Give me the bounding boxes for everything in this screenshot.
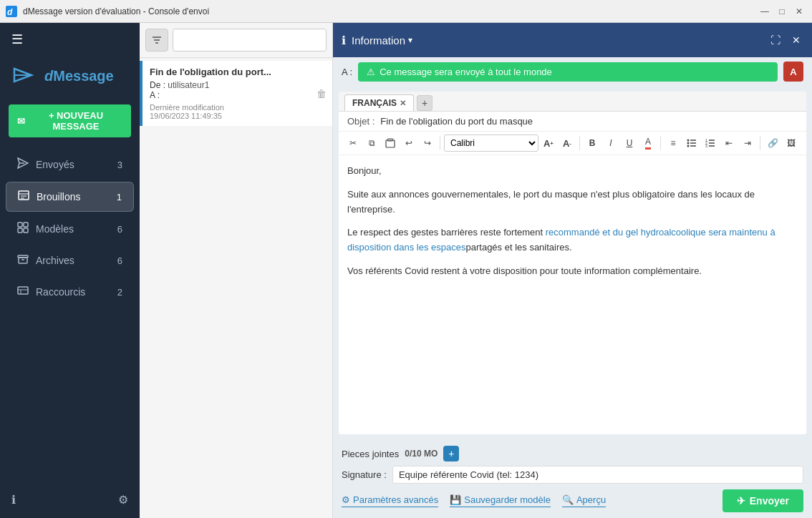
bold-button[interactable]: B (584, 135, 601, 152)
body-line-4: Vos référents Covid restent à votre disp… (347, 264, 798, 279)
cut-button[interactable]: ✂ (344, 135, 362, 152)
sidebar-item-raccourcis[interactable]: Raccourcis 2 (6, 278, 134, 306)
svg-text:3.: 3. (705, 144, 708, 147)
settings-button[interactable]: ⚙ (118, 493, 128, 507)
hamburger-menu[interactable]: ☰ (0, 23, 140, 56)
body-line-3: Le respect des gestes barrières reste fo… (347, 225, 798, 255)
close-compose-button[interactable]: ✕ (789, 31, 803, 49)
sidebar-item-brouillons[interactable]: Brouillons 1 (6, 182, 134, 212)
bottom-actions: ⚙ Paramètres avancés 💾 Sauvegarder modèl… (342, 489, 803, 512)
svg-rect-10 (18, 223, 22, 227)
send-icon (17, 157, 29, 172)
paste-button[interactable] (382, 135, 399, 152)
redo-button[interactable]: ↪ (419, 135, 436, 152)
filter-button[interactable] (145, 29, 168, 52)
copy-button[interactable]: ⧉ (363, 135, 380, 152)
editor-toolbar: ✂ ⧉ ↩ ↪ Calibri Arial Times New Roman A+ (339, 132, 806, 155)
indent-less-button[interactable]: ⇤ (720, 135, 738, 152)
info-button[interactable]: ℹ (11, 493, 16, 507)
message-list-panel: Fin de l'obligation du port... De : util… (140, 23, 333, 518)
maximize-button[interactable]: □ (775, 4, 789, 19)
close-button[interactable]: ✕ (792, 4, 806, 19)
signature-row: Signature : Equipe référente Covid (tel:… (342, 466, 803, 484)
toolbar-sep-2 (579, 136, 580, 150)
compose-panel: ℹ Information ▾ ⛶ ✕ A : ⚠ Ce message ser… (333, 23, 812, 518)
search-input[interactable] (173, 29, 327, 52)
compose-bottom: Pieces jointes 0/10 MO + Signature : Equ… (333, 440, 812, 518)
svg-point-25 (687, 140, 690, 142)
save-icon: 💾 (450, 494, 461, 505)
save-model-button[interactable]: 💾 Sauvegarder modèle (450, 494, 551, 507)
header-chevron-icon[interactable]: ▾ (408, 35, 412, 45)
signature-value: Equipe référente Covid (tel: 1234) (392, 466, 803, 484)
compose-body: FRANÇAIS ✕ + Objet : Fin de l'obligation… (339, 92, 806, 434)
font-family-select[interactable]: Calibri Arial Times New Roman (444, 135, 538, 152)
link-button[interactable]: 🔗 (764, 135, 781, 152)
underline-button[interactable]: U (621, 135, 638, 152)
send-button[interactable]: ✈ Envoyer (722, 489, 803, 512)
svg-rect-11 (24, 223, 28, 227)
info-header-icon: ℹ (342, 34, 346, 47)
align-button[interactable]: ≡ (664, 135, 682, 152)
tab-close-icon[interactable]: ✕ (400, 99, 406, 108)
add-attachment-button[interactable]: + (443, 446, 459, 461)
maximize-compose-button[interactable]: ⛶ (768, 31, 783, 49)
minimize-button[interactable]: — (758, 4, 772, 19)
body-line-2: Suite aux annonces gouvernementales, le … (347, 187, 798, 218)
tab-francais[interactable]: FRANÇAIS ✕ (344, 94, 414, 111)
message-from: De : utilisateur1 (150, 80, 325, 90)
app-icon: d (6, 6, 17, 17)
toolbar-sep-1 (440, 136, 440, 150)
svg-rect-15 (19, 258, 27, 263)
new-message-icon: ✉ (17, 116, 25, 127)
svg-rect-12 (18, 228, 22, 233)
svg-point-27 (687, 142, 690, 145)
svg-text:d: d (7, 7, 13, 17)
svg-rect-13 (24, 228, 28, 233)
shortcuts-icon (17, 285, 29, 299)
preview-button[interactable]: 🔍 Aperçu (562, 494, 606, 507)
header-actions: ⛶ ✕ (768, 31, 803, 49)
world-recipient-button[interactable]: A (783, 62, 803, 82)
message-to: A : (150, 90, 325, 100)
delete-message-button[interactable]: 🗑 (316, 88, 327, 99)
params-icon: ⚙ (342, 494, 350, 505)
templates-icon (17, 222, 29, 236)
font-grow-button[interactable]: A+ (540, 135, 557, 152)
main-layout: ☰ dMessage ✉ + NOUVEAU MESSAGE (0, 23, 812, 518)
send-icon: ✈ (737, 495, 745, 507)
attachments-row: Pieces jointes 0/10 MO + (342, 446, 803, 461)
editor-area[interactable]: Bonjour, Suite aux annonces gouvernement… (339, 155, 806, 434)
indent-more-button[interactable]: ⇥ (739, 135, 756, 152)
italic-button[interactable]: I (602, 135, 619, 152)
svg-rect-17 (18, 287, 28, 294)
titlebar: d dMessage version d'évaluation - Consol… (0, 0, 812, 23)
sidebar-item-archives[interactable]: Archives 6 (6, 246, 134, 275)
list-toolbar (140, 23, 332, 58)
compose-header: ℹ Information ▾ ⛶ ✕ (333, 23, 812, 57)
drafts-icon (18, 190, 29, 204)
font-color-button[interactable]: A (639, 135, 657, 152)
toolbar-sep-3 (660, 136, 661, 150)
sidebar: ☰ dMessage ✉ + NOUVEAU MESSAGE (0, 23, 140, 518)
sidebar-item-envoyes[interactable]: Envoyés 3 (6, 150, 134, 179)
message-date: Dernière modification 19/06/2023 11:49:3… (150, 103, 325, 120)
bullets-button[interactable] (683, 135, 700, 152)
advanced-params-button[interactable]: ⚙ Paramètres avancés (342, 494, 438, 507)
new-message-button[interactable]: ✉ + NOUVEAU MESSAGE (9, 104, 131, 137)
to-field: A : ⚠ Ce message sera envoyé à tout le m… (333, 57, 812, 86)
preview-icon: 🔍 (562, 494, 574, 505)
subject-row: Objet : Fin de l'obligation du port du m… (339, 112, 806, 132)
font-shrink-button[interactable]: A- (559, 135, 576, 152)
secondary-actions: ⚙ Paramètres avancés 💾 Sauvegarder modèl… (342, 494, 606, 507)
add-language-tab-button[interactable]: + (417, 95, 432, 111)
message-item[interactable]: Fin de l'obligation du port... De : util… (140, 61, 332, 126)
to-recipient-bar[interactable]: ⚠ Ce message sera envoyé à tout le monde (358, 62, 778, 82)
image-button[interactable]: 🖼 (783, 135, 800, 152)
numbering-button[interactable]: 1. 2. 3. (702, 135, 719, 152)
sidebar-item-modeles[interactable]: Modèles 6 (6, 215, 134, 243)
toolbar-sep-4 (760, 136, 760, 150)
archives-icon (17, 253, 29, 268)
undo-button[interactable]: ↩ (400, 135, 417, 152)
body-line-1: Bonjour, (347, 164, 798, 179)
